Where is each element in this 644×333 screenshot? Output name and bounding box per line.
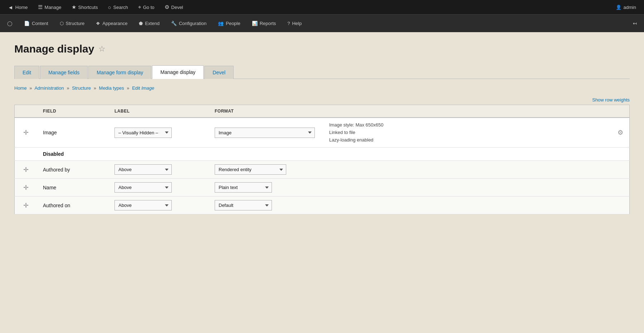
nav-configuration-label: Configuration: [179, 21, 206, 26]
breadcrumb-image[interactable]: Image: [141, 85, 154, 91]
format-select-authored-on[interactable]: Default Plain text: [215, 200, 272, 210]
nav-home[interactable]: ◄ Home: [3, 0, 33, 14]
breadcrumb: Home » Administration » Structure » Medi…: [14, 85, 630, 91]
nav-structure-label: Structure: [66, 21, 85, 26]
admin-user-icon: 👤: [616, 5, 621, 10]
show-row-weights-link[interactable]: Show row weights: [592, 97, 630, 103]
field-name-cell-name: Name: [37, 179, 109, 197]
table-row-authored-by: ✛ Authored by Above Inline Hidden Visual…: [15, 161, 630, 179]
search-icon: ○: [108, 4, 111, 10]
info-cell-image: Image style: Max 650x650Linked to fileLa…: [323, 118, 612, 148]
main-content: Manage display ☆ Edit Manage fields Mana…: [0, 32, 644, 229]
field-name-cell-authored-by: Authored by: [37, 161, 109, 179]
drag-handle-cell-name: ✛: [15, 179, 38, 197]
format-select-image[interactable]: Image Thumbnail URL to file Default: [215, 128, 315, 138]
label-select-authored-on[interactable]: Above Inline Hidden Visually Hidden: [114, 200, 172, 210]
label-select-authored-by[interactable]: Above Inline Hidden Visually Hidden: [114, 164, 172, 175]
col-actions-header: [612, 105, 630, 118]
top-nav-right: 👤 admin: [611, 5, 641, 10]
nav-shortcuts[interactable]: ★ Shortcuts: [67, 0, 103, 14]
format-select-name[interactable]: Plain text Default: [215, 182, 272, 193]
nav-manage-label: Manage: [45, 5, 62, 10]
tab-manage-form-display-label: Manage form display: [97, 70, 143, 75]
format-select-authored-by[interactable]: Rendered entity Plain text Default: [215, 164, 286, 175]
col-field-header: FIELD: [37, 105, 109, 118]
col-label-header: LABEL: [109, 105, 209, 118]
drag-handle-name[interactable]: ✛: [20, 184, 31, 191]
admin-user-label: admin: [624, 5, 636, 10]
col-info-header: [323, 105, 612, 118]
people-icon: 👥: [218, 21, 224, 26]
actions-cell-authored-by: [612, 161, 630, 179]
appearance-icon: ❖: [96, 21, 100, 26]
nav-content[interactable]: 📄 Content: [18, 15, 54, 33]
drag-handle-cell-image: ✛: [15, 118, 38, 148]
nav-help[interactable]: ? Help: [282, 15, 307, 33]
nav-extend-label: Extend: [145, 21, 159, 26]
drag-handle-authored-on[interactable]: ✛: [20, 202, 31, 209]
nav-reports[interactable]: 📊 Reports: [246, 15, 282, 33]
nav-appearance[interactable]: ❖ Appearance: [90, 15, 133, 33]
nav-goto[interactable]: ⌖ Go to: [133, 0, 160, 14]
actions-cell-image: ⚙: [612, 118, 630, 148]
format-cell-image: Image Thumbnail URL to file Default: [209, 118, 323, 148]
nav-people-label: People: [226, 21, 240, 26]
nav-site-home[interactable]: ◯: [1, 15, 18, 33]
nav-search[interactable]: ○ Search: [103, 0, 133, 14]
admin-user[interactable]: 👤 admin: [611, 5, 641, 10]
breadcrumb-structure[interactable]: Structure: [72, 85, 91, 91]
col-drag-header: [15, 105, 38, 118]
label-select-image[interactable]: – Visually Hidden – Above Inline Hidden: [114, 128, 172, 138]
label-select-name[interactable]: Above Inline Hidden Visually Hidden: [114, 182, 172, 193]
breadcrumb-media-types[interactable]: Media types: [99, 85, 124, 91]
configuration-icon: 🔧: [171, 21, 177, 26]
nav-appearance-label: Appearance: [102, 21, 127, 26]
shortcuts-icon: ★: [72, 4, 76, 10]
nav-content-label: Content: [32, 21, 48, 26]
content-icon: 📄: [24, 21, 30, 26]
breadcrumb-home[interactable]: Home: [14, 85, 27, 91]
col-format-header: FORMAT: [209, 105, 323, 118]
nav-configuration[interactable]: 🔧 Configuration: [165, 15, 212, 33]
nav-help-label: Help: [292, 21, 302, 26]
nav-devel[interactable]: ⚙ Devel: [160, 0, 188, 14]
drag-handle-image[interactable]: ✛: [20, 129, 31, 136]
tab-manage-fields-label: Manage fields: [48, 70, 79, 75]
nav-end-arrow[interactable]: ↤: [627, 15, 643, 33]
nav-goto-label: Go to: [143, 5, 155, 10]
field-name-image: Image: [43, 130, 57, 135]
tab-manage-display[interactable]: Manage display: [152, 65, 204, 79]
nav-shortcuts-label: Shortcuts: [78, 5, 98, 10]
bookmark-star-icon[interactable]: ☆: [98, 44, 106, 54]
breadcrumb-edit[interactable]: Edit: [132, 85, 140, 91]
tab-devel[interactable]: Devel: [204, 66, 234, 79]
disabled-section-label: Disabled: [37, 148, 630, 161]
nav-structure[interactable]: ⬡ Structure: [54, 15, 91, 33]
goto-icon: ⌖: [138, 4, 141, 10]
top-nav: ◄ Home ☰ Manage ★ Shortcuts ○ Search ⌖ G…: [0, 0, 644, 14]
breadcrumb-administration[interactable]: Administration: [34, 85, 64, 91]
structure-icon: ⬡: [60, 21, 64, 26]
top-nav-left: ◄ Home ☰ Manage ★ Shortcuts ○ Search ⌖ G…: [3, 0, 611, 14]
label-cell-authored-by: Above Inline Hidden Visually Hidden: [109, 161, 209, 179]
tab-manage-form-display[interactable]: Manage form display: [88, 66, 151, 79]
show-row-weights-row: Show row weights: [14, 97, 630, 103]
nav-extend[interactable]: ⬟ Extend: [133, 15, 165, 33]
tab-edit[interactable]: Edit: [14, 66, 39, 79]
nav-people[interactable]: 👥 People: [212, 15, 246, 33]
drag-handle-authored-by[interactable]: ✛: [20, 166, 31, 173]
manage-display-table: FIELD LABEL FORMAT ✛ Image: [14, 105, 630, 214]
field-info-image: Image style: Max 650x650Linked to fileLa…: [329, 121, 606, 144]
second-nav-end: ↤: [627, 15, 643, 33]
format-cell-authored-by: Rendered entity Plain text Default: [209, 161, 323, 179]
extend-icon: ⬟: [139, 21, 143, 26]
home-icon: ◄: [8, 4, 13, 10]
tab-manage-fields[interactable]: Manage fields: [40, 66, 88, 79]
disabled-section-row: Disabled: [15, 148, 630, 161]
devel-icon: ⚙: [165, 4, 169, 10]
info-cell-authored-on: [323, 197, 612, 214]
breadcrumb-sep-4: »: [127, 85, 129, 91]
settings-gear-icon-image[interactable]: ⚙: [618, 129, 623, 136]
nav-manage[interactable]: ☰ Manage: [33, 0, 67, 14]
label-cell-image: – Visually Hidden – Above Inline Hidden: [109, 118, 209, 148]
